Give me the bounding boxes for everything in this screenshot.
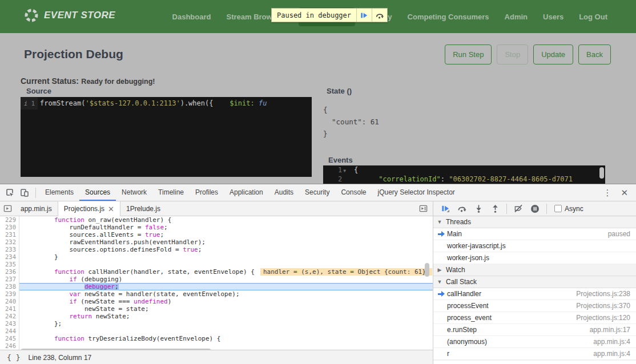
line-number[interactable]: 233 <box>0 246 19 253</box>
tab-application[interactable]: Application <box>224 184 269 201</box>
frame-name: r <box>438 350 593 358</box>
async-checkbox[interactable] <box>554 205 562 212</box>
thread-row-worker-javascript-js[interactable]: worker-javascript.js <box>433 240 636 252</box>
events-code-line-1: { <box>348 166 358 174</box>
step-over-button[interactable] <box>372 9 387 22</box>
line-number[interactable]: 229 <box>0 216 19 224</box>
nav-item-dashboard[interactable]: Dashboard <box>172 13 211 21</box>
line-number[interactable]: 240 <box>0 298 19 305</box>
events-gutter-1: 1▼ <box>323 166 348 174</box>
cursor-position: Line 238, Column 17 <box>28 354 91 362</box>
vertical-scrollbar[interactable] <box>425 263 429 277</box>
code-text: newState = state; <box>19 305 433 313</box>
run-step-button[interactable]: Run Step <box>445 45 492 64</box>
tab-console[interactable]: Console <box>335 184 372 201</box>
stop-button: Stop <box>497 45 528 64</box>
line-number[interactable]: 235 <box>0 261 19 268</box>
fold-arrow-icon[interactable]: ▼ <box>343 168 346 173</box>
file-tab-projections.js[interactable]: Projections.js✕ <box>58 201 120 216</box>
line-number[interactable]: 239 <box>0 290 19 298</box>
line-number[interactable]: 231 <box>0 231 19 238</box>
thread-row-main[interactable]: Mainpaused <box>433 228 636 240</box>
watch-section-header[interactable]: ▶ Watch <box>433 264 636 276</box>
line-number[interactable]: 244 <box>0 327 19 335</box>
tab-timeline[interactable]: Timeline <box>152 184 190 201</box>
nav-item-log-out[interactable]: Log Out <box>579 13 607 21</box>
line-number[interactable]: 238 <box>0 283 19 290</box>
devtools-close-icon[interactable]: ✕ <box>621 188 628 198</box>
file-tab-1prelude.js[interactable]: 1Prelude.js <box>120 201 166 216</box>
line-number[interactable]: 246 <box>0 342 19 350</box>
tab-elements[interactable]: Elements <box>39 184 79 201</box>
step-over-icon <box>375 11 384 19</box>
source-code-view[interactable]: 229 function on_raw(eventHandler) {230 r… <box>0 216 433 350</box>
tab-audits[interactable]: Audits <box>269 184 299 201</box>
update-button[interactable]: Update <box>533 45 573 64</box>
line-number[interactable]: 232 <box>0 238 19 246</box>
resume-button[interactable] <box>440 204 450 214</box>
callstack-frame[interactable]: (anonymous)app.min.js:4 <box>433 336 636 348</box>
callstack-section-header[interactable]: ▼ Call Stack <box>433 276 636 288</box>
debugger-sidebar: ▼ Threads Mainpausedworker-javascript.js… <box>433 216 636 364</box>
line-number[interactable]: 241 <box>0 305 19 313</box>
line-number[interactable]: 242 <box>0 313 19 320</box>
state-json-line: { <box>323 104 379 116</box>
code-text <box>19 261 433 268</box>
code-line-242: 242 return newState; <box>0 313 433 320</box>
brand[interactable]: EVENT STORE <box>24 8 115 23</box>
callstack-frame[interactable]: e.runStepapp.min.js:17 <box>433 324 636 336</box>
tab-jquery-selector-inspector[interactable]: jQuery Selector Inspector <box>372 184 460 201</box>
line-number[interactable]: 245 <box>0 335 19 342</box>
close-tab-icon[interactable]: ✕ <box>108 205 114 213</box>
callstack-frame[interactable]: rapp.min.js:4 <box>433 348 636 360</box>
source-editor[interactable]: i 1 fromStream('$stats-127.0.0.1:2113').… <box>21 97 312 177</box>
code-text: sources.allEvents = true; <box>19 231 433 238</box>
line-number[interactable]: 230 <box>0 224 19 231</box>
events-editor[interactable]: 1▼ { 2▼ "correlationId": "06302702-8827-… <box>323 165 605 184</box>
panel-toggle-icon[interactable] <box>418 204 428 214</box>
nav-item-competing-consumers[interactable]: Competing Consumers <box>408 13 489 21</box>
device-toolbar-icon[interactable] <box>19 188 30 198</box>
inline-value-hint: handler = (s,e), state = Object {count: … <box>260 268 432 276</box>
code-text: function tryDeserializeBody(eventEnvelop… <box>19 335 433 342</box>
line-number[interactable]: 237 <box>0 276 19 283</box>
nav-item-users[interactable]: Users <box>543 13 563 21</box>
tab-profiles[interactable]: Profiles <box>190 184 224 201</box>
devtools-menu-icon[interactable]: ⋮ <box>603 188 611 198</box>
navigator-toggle-icon[interactable] <box>0 201 15 216</box>
paused-banner-text: Paused in debugger <box>272 9 356 22</box>
line-number[interactable]: 234 <box>0 253 19 261</box>
code-line-234: 234 } <box>0 253 433 261</box>
code-line-233: 233 sources.options.definesFold = true; <box>0 246 433 253</box>
step-into-button[interactable] <box>473 204 484 214</box>
line-number[interactable]: 236 <box>0 268 19 276</box>
deactivate-breakpoints-button[interactable] <box>513 204 524 214</box>
callstack-frame[interactable]: callHandlerProjections.js:238 <box>433 288 636 300</box>
file-tab-label: 1Prelude.js <box>126 205 160 213</box>
inspect-element-icon[interactable] <box>5 188 15 198</box>
line-number[interactable]: 243 <box>0 320 19 327</box>
tab-security[interactable]: Security <box>299 184 335 201</box>
threads-section-header[interactable]: ▼ Threads <box>433 216 636 228</box>
callstack-frame[interactable]: process_eventProjections.js:120 <box>433 312 636 324</box>
code-text: debugger; <box>19 283 433 290</box>
step-out-button[interactable] <box>490 204 500 214</box>
code-line-239: 239 var newState = handler(state, eventE… <box>0 290 433 298</box>
code-line-235: 235 <box>0 261 433 268</box>
frame-location: Projections.js:120 <box>576 314 630 322</box>
frame-location: Projections.js:370 <box>576 302 630 310</box>
thread-row-worker-json-js[interactable]: worker-json.js <box>433 252 636 264</box>
code-line-229: 229 function on_raw(eventHandler) { <box>0 216 433 224</box>
file-tab-app.min.js[interactable]: app.min.js <box>15 201 58 216</box>
tab-sources[interactable]: Sources <box>79 184 116 201</box>
callstack-frame[interactable]: processEventProjections.js:370 <box>433 300 636 312</box>
thread-name: worker-javascript.js <box>438 242 630 250</box>
events-scrollbar[interactable] <box>599 167 604 179</box>
step-over-button[interactable] <box>457 204 467 214</box>
nav-item-admin[interactable]: Admin <box>505 13 528 21</box>
resume-script-button[interactable] <box>356 9 372 22</box>
pause-on-exceptions-button[interactable] <box>530 204 540 214</box>
back-button[interactable]: Back <box>578 45 611 64</box>
pretty-print-icon[interactable]: { } <box>0 353 28 362</box>
tab-network[interactable]: Network <box>116 184 152 201</box>
